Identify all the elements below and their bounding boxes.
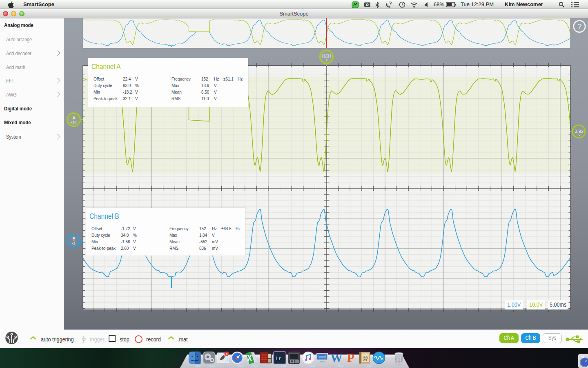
- svg-text:W: W: [330, 351, 342, 364]
- svg-text:Lr: Lr: [276, 355, 281, 361]
- svg-text:x10: x10: [71, 120, 77, 124]
- svg-text:?: ?: [577, 22, 582, 31]
- svg-text:@: @: [363, 355, 368, 361]
- svg-text:B: B: [72, 236, 75, 241]
- svg-text:s: s: [325, 58, 327, 62]
- svg-text:V: V: [578, 133, 580, 137]
- svg-text:A: A: [72, 115, 76, 120]
- svg-text:6: 6: [226, 352, 227, 356]
- svg-text:-3.92: -3.92: [573, 129, 584, 134]
- svg-text:x1: x1: [72, 241, 76, 245]
- svg-text:P: P: [347, 351, 354, 364]
